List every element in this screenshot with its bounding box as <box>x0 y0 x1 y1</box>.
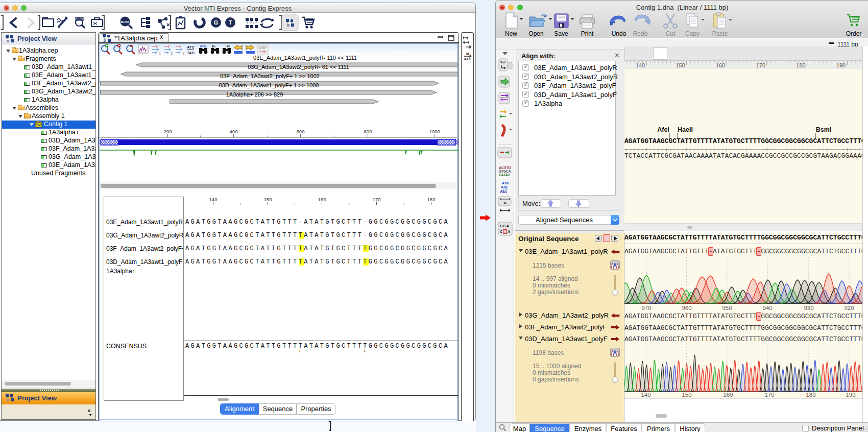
svg-text:G: G <box>214 19 219 26</box>
svg-text:∞: ∞ <box>503 201 507 205</box>
svg-text:–: – <box>504 229 506 234</box>
svg-text:CCA: CCA <box>500 224 510 228</box>
svg-text:T: T <box>229 19 232 26</box>
svg-text:ORF: ORF <box>259 46 267 50</box>
svg-text:03F_Adam_1A3awt2_polyF+ 1 >> 1: 03F_Adam_1A3awt2_polyF+ 1 >> 1002 <box>220 73 320 79</box>
svg-text:140: 140 <box>636 62 645 68</box>
svg-text:160: 160 <box>318 197 326 202</box>
svg-text:ACGTG: ACGTG <box>499 166 511 170</box>
svg-text:170: 170 <box>373 197 381 202</box>
svg-text:ATG: ATG <box>200 44 206 48</box>
svg-text:150: 150 <box>264 197 272 202</box>
svg-text:800: 800 <box>364 129 372 134</box>
svg-text:180: 180 <box>427 197 436 202</box>
svg-text:ATC: ATC <box>187 45 195 50</box>
svg-text:M: M <box>466 52 469 56</box>
svg-text:400: 400 <box>230 129 238 134</box>
svg-text:C: C <box>500 229 503 234</box>
svg-text:N←: N← <box>212 44 218 48</box>
svg-text:160: 160 <box>716 62 725 68</box>
svg-text:200: 200 <box>164 129 172 134</box>
svg-text:150: 150 <box>676 62 685 68</box>
svg-text:ATG: ATG <box>464 57 472 60</box>
svg-text:140: 140 <box>209 197 218 202</box>
svg-text:A: A <box>508 229 511 234</box>
svg-text:→N: →N <box>224 44 230 48</box>
svg-text:GTGCA: GTGCA <box>499 170 511 173</box>
svg-text:03E_Adam_1A3awt1_polyR- 110 <<: 03E_Adam_1A3awt1_polyR- 110 << 1111 <box>253 55 357 61</box>
svg-text:190: 190 <box>836 62 846 68</box>
svg-text:CATAG: CATAG <box>499 173 510 177</box>
svg-text:Salt: Salt <box>500 61 505 64</box>
svg-text:1000: 1000 <box>429 129 440 134</box>
svg-text:180: 180 <box>796 62 805 68</box>
svg-text:Asn: Asn <box>502 181 509 185</box>
svg-text:03G_Adam_1A3awt2_polyR- 61 <<: 03G_Adam_1A3awt2_polyR- 61 << 1111 <box>248 64 349 70</box>
svg-text:1A3alpha+ 206 >> 829: 1A3alpha+ 206 >> 829 <box>226 91 283 98</box>
svg-text:BLAST: BLAST <box>121 20 130 23</box>
svg-text:170: 170 <box>756 62 765 68</box>
svg-text:03D_Adam_1A3awt1_polyF+ 1 >> 1: 03D_Adam_1A3awt1_polyF+ 1 >> 1000 <box>219 82 319 88</box>
svg-text:600: 600 <box>297 129 305 134</box>
svg-text:Ala: Ala <box>500 189 507 194</box>
